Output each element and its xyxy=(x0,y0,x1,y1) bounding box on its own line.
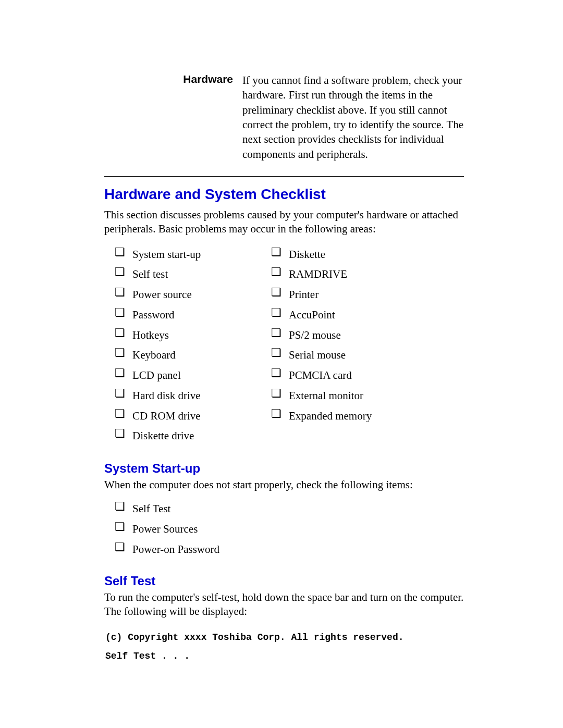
checklist-item: ❏Hard disk drive xyxy=(115,386,271,405)
checkbox-icon: ❏ xyxy=(271,367,282,379)
checklist-item: ❏LCD panel xyxy=(115,366,271,385)
checkbox-icon: ❏ xyxy=(271,347,282,359)
checkbox-icon: ❏ xyxy=(115,521,125,533)
checkbox-icon: ❏ xyxy=(115,367,125,379)
checklist-text: Self test xyxy=(132,265,168,284)
checklist-text: Expanded memory xyxy=(289,406,372,426)
checkbox-icon: ❏ xyxy=(271,307,282,318)
checklist-text: CD ROM drive xyxy=(132,406,201,426)
checklist-item: ❏Self Test xyxy=(115,499,464,519)
checklist-text: AccuPoint xyxy=(289,305,335,325)
selftest-intro-text: To run the computer's self-test, hold do… xyxy=(104,590,464,619)
checklist-text: RAMDRIVE xyxy=(289,265,347,284)
checklist-item: ❏Self test xyxy=(115,265,271,284)
checkbox-icon: ❏ xyxy=(115,307,125,318)
checklist-text: Printer xyxy=(289,285,319,304)
checklist-text: Self Test xyxy=(132,499,170,519)
document-page: Hardware If you cannot find a software p… xyxy=(0,0,563,728)
checklist-item: ❏Power Sources xyxy=(115,520,464,539)
checklist-item: ❏Expanded memory xyxy=(271,406,372,426)
checklist-column-right: ❏Diskette ❏RAMDRIVE ❏Printer ❏AccuPoint … xyxy=(271,244,372,447)
checklist-text: Serial mouse xyxy=(289,346,346,365)
checkbox-icon: ❏ xyxy=(115,266,125,278)
checklist-item: ❏RAMDRIVE xyxy=(271,265,372,284)
checklist-item: ❏AccuPoint xyxy=(271,305,372,325)
checklist-text: Hotkeys xyxy=(132,326,169,345)
section-intro-text: This section discusses problems caused b… xyxy=(104,208,464,237)
checkbox-icon: ❏ xyxy=(115,428,125,439)
checklist-item: ❏Printer xyxy=(271,285,372,304)
checklist-item: ❏Keyboard xyxy=(115,346,271,365)
checklist-item: ❏Diskette drive xyxy=(115,426,271,446)
checkbox-icon: ❏ xyxy=(271,388,282,399)
checkbox-icon: ❏ xyxy=(115,327,125,339)
checklist-text: Keyboard xyxy=(132,346,176,365)
section-heading: Hardware and System Checklist xyxy=(104,186,464,203)
checklist-item: ❏Serial mouse xyxy=(271,346,372,365)
section-divider xyxy=(104,176,464,177)
hardware-definition-row: Hardware If you cannot find a software p… xyxy=(104,73,464,162)
checklist-text: Power Sources xyxy=(132,520,198,539)
checklist-item: ❏PCMCIA card xyxy=(271,366,372,385)
checklist-text: System start-up xyxy=(132,245,201,264)
checkbox-icon: ❏ xyxy=(115,246,125,258)
startup-checklist: ❏Self Test ❏Power Sources ❏Power-on Pass… xyxy=(115,499,464,559)
checklist-text: LCD panel xyxy=(132,366,181,385)
checklist-text: Password xyxy=(132,305,175,325)
checklist-text: External monitor xyxy=(289,386,363,405)
subsection-heading-selftest: Self Test xyxy=(104,574,464,588)
checklist-text: Diskette drive xyxy=(132,426,194,446)
checkbox-icon: ❏ xyxy=(115,287,125,298)
checklist-text: PS/2 mouse xyxy=(289,326,341,345)
hardware-label: Hardware xyxy=(104,73,242,85)
checklist-item: ❏External monitor xyxy=(271,386,372,405)
checklist-text: Power-on Password xyxy=(132,540,219,559)
startup-intro-text: When the computer does not start properl… xyxy=(104,478,464,492)
checklist-item: ❏Power source xyxy=(115,285,271,304)
hardware-body-text: If you cannot find a software problem, c… xyxy=(242,73,464,162)
checklist-item: ❏CD ROM drive xyxy=(115,406,271,426)
checkbox-icon: ❏ xyxy=(115,388,125,399)
checkbox-icon: ❏ xyxy=(115,541,125,553)
selftest-display-output: (c) Copyright xxxx Toshiba Corp. All rig… xyxy=(105,628,464,665)
checklist-text: Hard disk drive xyxy=(132,386,201,405)
checkbox-icon: ❏ xyxy=(271,327,282,339)
checklist-text: Diskette xyxy=(289,245,325,264)
checkbox-icon: ❏ xyxy=(115,501,125,512)
checkbox-icon: ❏ xyxy=(271,246,282,258)
checkbox-icon: ❏ xyxy=(115,408,125,419)
checklist-text: PCMCIA card xyxy=(289,366,352,385)
checklist-item: ❏Diskette xyxy=(271,245,372,264)
checklist-columns: ❏System start-up ❏Self test ❏Power sourc… xyxy=(115,244,464,447)
checklist-text: Power source xyxy=(132,285,192,304)
checklist-item: ❏Hotkeys xyxy=(115,326,271,345)
checkbox-icon: ❏ xyxy=(271,266,282,278)
checklist-column-left: ❏System start-up ❏Self test ❏Power sourc… xyxy=(115,244,271,447)
checklist-item: ❏System start-up xyxy=(115,245,271,264)
checklist-item: ❏PS/2 mouse xyxy=(271,326,372,345)
checklist-item: ❏Power-on Password xyxy=(115,540,464,559)
checklist-item: ❏Password xyxy=(115,305,271,325)
checkbox-icon: ❏ xyxy=(115,347,125,359)
subsection-heading-startup: System Start-up xyxy=(104,461,464,476)
checkbox-icon: ❏ xyxy=(271,408,282,419)
checkbox-icon: ❏ xyxy=(271,287,282,298)
